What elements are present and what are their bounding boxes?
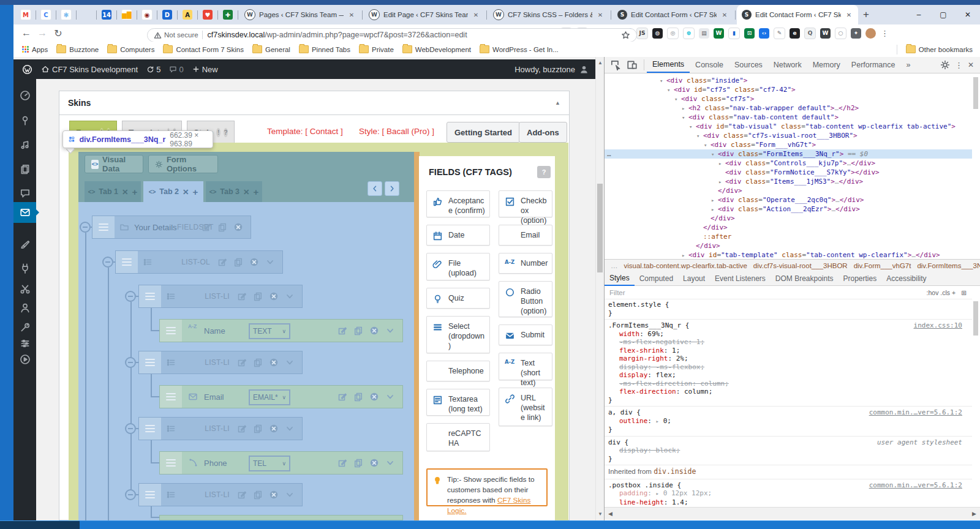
delete-icon[interactable] (269, 424, 279, 433)
wp-admin-sidebar[interactable] (13, 79, 36, 520)
rule-source-link[interactable]: common.min.…ver=5.6.1:2 (869, 481, 962, 490)
css-rule[interactable]: element.style {} (605, 299, 972, 320)
chevron-down-icon[interactable] (285, 424, 295, 433)
extension-note-icon[interactable]: ✎ (774, 28, 785, 39)
bookmark-folder-5[interactable]: Private (359, 45, 394, 53)
pinned-tab-green-plus[interactable]: ✚ (219, 5, 236, 24)
tabs-scroll-left[interactable] (368, 181, 382, 196)
delete-icon[interactable] (269, 291, 279, 301)
devtools-tab-memory[interactable]: Memory (807, 57, 846, 73)
tree-row-list[interactable]: LIST-LI (138, 483, 303, 506)
breadcrumb-0[interactable]: … (611, 262, 618, 269)
extension-target-icon[interactable]: ◎ (667, 28, 679, 39)
bookmark-folder-4[interactable]: Pinned Tabs (299, 45, 350, 53)
breadcrumb-4[interactable]: div.FormItems___3Nq_r (917, 262, 980, 269)
editor-tab-1[interactable]: <> Tab 1 ✕ + (85, 181, 141, 202)
delete-icon[interactable] (369, 326, 379, 336)
rule-source-link[interactable]: common.min.…ver=5.6.1:2 (869, 408, 962, 417)
dom-node[interactable]: ::after (605, 232, 972, 241)
dom-node[interactable]: ▸<h2 class="nav-tab-wrapper default">…</… (605, 103, 972, 113)
field-type-select[interactable]: TEL∨ (249, 456, 290, 471)
extension-react-icon[interactable]: ⊛ (683, 28, 695, 39)
status-template[interactable]: Template: [ Contact ] (267, 127, 343, 136)
wp-logo[interactable] (22, 64, 32, 75)
styles-tab-event-listeners[interactable]: Event Listeners (710, 272, 771, 286)
tab-close-icon[interactable]: ✕ (122, 187, 128, 197)
rule-source-link[interactable]: index.css:10 (914, 321, 962, 330)
edit-icon[interactable] (337, 458, 347, 468)
devtools-menu-icon[interactable]: ⋮ (955, 61, 963, 70)
updates-badge[interactable]: 5 (146, 65, 160, 74)
drag-handle[interactable] (160, 452, 182, 474)
pinned-tab-dartboard[interactable]: ◉ (138, 5, 156, 24)
bookmark-folder-7[interactable]: WordPress - Get In... (480, 45, 559, 53)
devtools-tab-elements[interactable]: Elements (647, 57, 690, 73)
extension-wappalyzer-icon[interactable]: W (714, 28, 724, 39)
sidebar-item-pages-icon[interactable] (20, 163, 31, 174)
devtools-tab-sources[interactable]: Sources (729, 57, 768, 73)
browser-tab-5[interactable]: S Edit Contact Form ‹ CF7 Skins ✕ (737, 5, 858, 24)
field-button-date[interactable]: Date (426, 225, 490, 246)
css-rule[interactable]: common.min.…ver=5.6.1:2 .postbox .inside… (605, 479, 972, 508)
field-button-telephone[interactable]: Telephone (426, 361, 490, 381)
bookmark-star-icon[interactable] (621, 31, 630, 40)
css-property[interactable]: -ms-flex-direction: column; (608, 380, 968, 388)
breadcrumb-2[interactable]: div.cf7s-visual-root___3HBOR (753, 262, 848, 269)
field-button-number[interactable]: A-ZNumber (499, 253, 552, 274)
tab-close-icon[interactable]: ✕ (183, 187, 189, 197)
tree-row-list[interactable]: LIST-LI (138, 351, 303, 374)
bookmark-folder-0[interactable]: Buzztone (56, 45, 99, 53)
style-toggles[interactable]: :hov .cls + (927, 289, 956, 296)
dom-node[interactable]: ▸<div id="tab-template" class="tab-conte… (605, 250, 972, 259)
delete-icon[interactable] (369, 392, 379, 402)
filter-input[interactable]: Filter (609, 289, 927, 296)
browser-tab-1[interactable]: W Pages ‹ CF7 Skins Team — Wo ✕ (239, 5, 361, 24)
dom-node[interactable]: ▾<div class="inside"> (605, 76, 972, 85)
styles-scrollbar-thumb[interactable] (973, 301, 978, 336)
collapse-node-icon[interactable] (125, 489, 136, 500)
pinned-tab-heart[interactable]: ♥ (199, 5, 216, 24)
css-property[interactable]: flex-direction: column; (608, 388, 968, 396)
tab-badge[interactable]: ! (216, 128, 221, 137)
comments-badge[interactable]: 0 (169, 65, 183, 74)
chevron-down-icon[interactable] (285, 490, 295, 500)
css-property[interactable]: outline: ▸ 0; (608, 417, 968, 426)
dom-node[interactable]: ▾<div id="tab-visual" class="tab-content… (605, 122, 972, 131)
pinned-tab-empty[interactable] (78, 5, 95, 24)
browser-tab-3[interactable]: W CF7 Skins CSS – Folders & File ✕ (488, 5, 609, 24)
field-button-file[interactable]: File (upload) (426, 253, 490, 280)
bookmark-folder-2[interactable]: Contact Form 7 Skins (163, 45, 244, 53)
styles-tab-dom-breakpoints[interactable]: DOM Breakpoints (771, 272, 839, 286)
tab-add-icon[interactable]: + (254, 187, 259, 197)
new-menu[interactable]: New (192, 65, 218, 74)
styles-tab-properties[interactable]: Properties (839, 272, 882, 286)
tab-close-icon[interactable]: ✕ (845, 12, 853, 18)
scrollbar-thumb[interactable] (597, 184, 603, 272)
extension-quora-icon[interactable]: Q (804, 28, 816, 39)
delete-icon[interactable] (233, 222, 243, 232)
new-tab-button[interactable]: + (858, 7, 874, 23)
drag-handle[interactable] (160, 386, 182, 408)
collapse-node-icon[interactable] (125, 423, 136, 434)
extension-circle-icon[interactable]: ○ (835, 28, 846, 39)
css-property[interactable]: margin-right: 2%; (608, 355, 968, 363)
sidebar-item-brush-icon[interactable] (20, 239, 31, 250)
extension-crop-icon[interactable]: ⊡ (744, 28, 755, 39)
field-button-url[interactable]: URL (website link) (499, 388, 552, 426)
copy-icon[interactable] (353, 458, 363, 468)
sidebar-item-contact-active[interactable] (13, 202, 36, 223)
minimize-button[interactable]: – (907, 7, 931, 23)
pinned-tab-docs-d[interactable]: D (159, 5, 176, 24)
css-rule[interactable]: index.css:10 .FormItems___3Nq_r {width: … (605, 320, 972, 407)
bookmark-apps[interactable]: Apps (22, 46, 48, 53)
chevron-down-icon[interactable] (265, 257, 275, 267)
tree-row-list[interactable]: LIST-LI (138, 285, 303, 308)
copy-icon[interactable] (217, 222, 227, 232)
collapse-node-icon[interactable] (80, 222, 91, 233)
copy-icon[interactable] (253, 291, 263, 301)
extension-spiral-icon[interactable]: ◍ (652, 28, 663, 39)
delete-icon[interactable] (269, 490, 279, 500)
dom-node[interactable]: ▸<div class="Action___2qEzr">…</div> (605, 204, 972, 214)
devtools-settings-icon[interactable] (940, 60, 950, 70)
drag-handle[interactable] (139, 351, 161, 373)
